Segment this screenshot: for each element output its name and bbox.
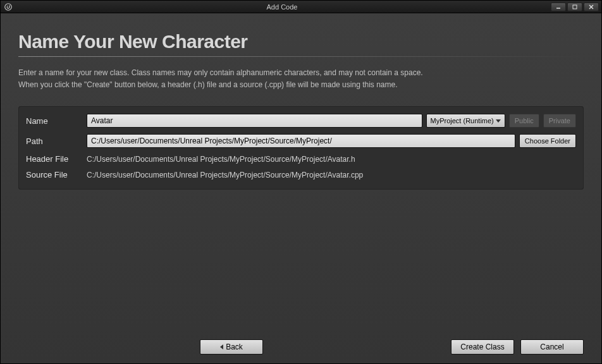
maximize-button[interactable] xyxy=(567,3,582,11)
button-bar: Back Create Class Cancel xyxy=(18,333,584,355)
module-dropdown-label: MyProject (Runtime) xyxy=(431,117,494,124)
create-class-button[interactable]: Create Class xyxy=(451,339,514,355)
add-code-window: Add Code Name Your New Character Enter a… xyxy=(0,0,602,364)
name-row: Name MyProject (Runtime) Public Private xyxy=(26,114,576,128)
header-file-value: C:/Users/user/Documents/Unreal Projects/… xyxy=(87,155,355,164)
header-file-row: Header File C:/Users/user/Documents/Unre… xyxy=(26,154,576,164)
description-line: When you click the "Create" button below… xyxy=(18,79,584,91)
name-input[interactable] xyxy=(87,114,422,128)
private-button[interactable]: Private xyxy=(543,114,576,128)
source-file-value: C:/Users/user/Documents/Unreal Projects/… xyxy=(87,171,363,179)
window-controls xyxy=(551,3,599,11)
minimize-button[interactable] xyxy=(551,3,566,11)
chevron-left-icon xyxy=(220,344,223,349)
name-label: Name xyxy=(26,116,83,126)
window-title: Add Code xyxy=(13,3,551,11)
page-title: Name Your New Character xyxy=(18,31,584,52)
back-button-label: Back xyxy=(226,343,243,351)
source-file-label: Source File xyxy=(26,170,87,179)
svg-rect-2 xyxy=(573,5,577,9)
header-file-label: Header File xyxy=(26,154,87,164)
heading-divider xyxy=(18,56,584,57)
close-button[interactable] xyxy=(584,3,599,11)
description-text: Enter a name for your new class. Class n… xyxy=(18,67,584,91)
center-button-group: Back xyxy=(18,339,445,355)
public-button[interactable]: Public xyxy=(509,114,539,128)
cancel-button-label: Cancel xyxy=(540,343,563,351)
path-label: Path xyxy=(26,136,83,146)
create-class-button-label: Create Class xyxy=(460,343,504,351)
spacer xyxy=(18,190,584,333)
svg-point-0 xyxy=(5,3,12,10)
back-button[interactable]: Back xyxy=(200,339,263,355)
path-row: Path Choose Folder xyxy=(26,134,576,148)
module-dropdown[interactable]: MyProject (Runtime) xyxy=(426,114,505,128)
choose-folder-button[interactable]: Choose Folder xyxy=(519,134,576,148)
cancel-button[interactable]: Cancel xyxy=(520,339,584,355)
path-input[interactable] xyxy=(87,134,515,148)
form-panel: Name MyProject (Runtime) Public Private … xyxy=(18,106,584,190)
unreal-logo-icon xyxy=(3,2,13,12)
source-file-row: Source File C:/Users/user/Documents/Unre… xyxy=(26,170,576,179)
description-line: Enter a name for your new class. Class n… xyxy=(18,67,584,79)
titlebar: Add Code xyxy=(1,1,601,13)
window-body: Name Your New Character Enter a name for… xyxy=(1,13,601,363)
chevron-down-icon xyxy=(496,119,501,123)
